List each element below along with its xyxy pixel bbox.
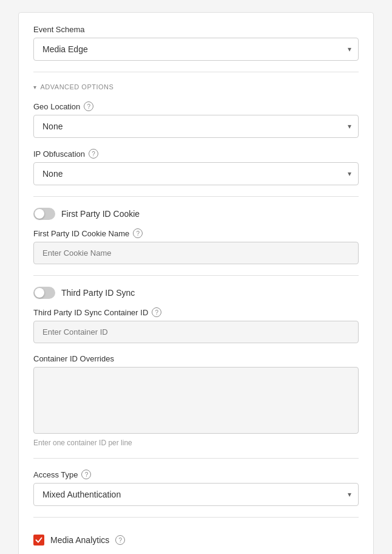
geo-location-select-wrapper: None ▾ bbox=[33, 115, 359, 138]
event-schema-select[interactable]: Media Edge bbox=[33, 38, 359, 61]
divider-1 bbox=[33, 72, 359, 72]
ip-obfuscation-help-icon[interactable]: ? bbox=[89, 149, 98, 159]
third-party-sync-container-group: Third Party ID Sync Container ID ? bbox=[33, 307, 359, 343]
third-party-sync-help-icon[interactable]: ? bbox=[152, 307, 161, 317]
container-id-overrides-group: Container ID Overrides Enter one contain… bbox=[33, 354, 359, 447]
first-party-cookie-toggle[interactable] bbox=[33, 208, 55, 220]
container-id-overrides-hint: Enter one container ID per line bbox=[33, 439, 359, 447]
media-analytics-help-icon[interactable]: ? bbox=[115, 535, 125, 545]
access-type-select[interactable]: Mixed Authentication bbox=[33, 483, 359, 506]
third-party-sync-label: Third Party ID Sync bbox=[61, 288, 135, 298]
divider-5 bbox=[33, 517, 359, 518]
divider-2 bbox=[33, 196, 359, 197]
geo-location-help-icon[interactable]: ? bbox=[84, 101, 93, 111]
checkmark-icon bbox=[35, 536, 42, 544]
access-type-help-icon[interactable]: ? bbox=[81, 470, 91, 479]
first-party-cookie-label: First Party ID Cookie bbox=[61, 209, 140, 219]
media-analytics-label: Media Analytics bbox=[50, 535, 109, 545]
third-party-sync-container-label: Third Party ID Sync Container ID ? bbox=[33, 307, 359, 317]
chevron-icon: ▾ bbox=[33, 84, 37, 91]
geo-location-group: Geo Location ? None ▾ bbox=[33, 101, 359, 138]
geo-location-select[interactable]: None bbox=[33, 115, 359, 138]
first-party-cookie-name-label: First Party ID Cookie Name ? bbox=[33, 228, 359, 238]
event-schema-label: Event Schema bbox=[33, 25, 359, 34]
media-analytics-checkbox[interactable] bbox=[33, 535, 44, 545]
access-type-group: Access Type ? Mixed Authentication ▾ bbox=[33, 470, 359, 506]
first-party-cookie-slider bbox=[33, 208, 55, 220]
third-party-sync-container-input[interactable] bbox=[33, 321, 359, 343]
geo-location-label: Geo Location ? bbox=[33, 101, 359, 111]
first-party-cookie-toggle-row: First Party ID Cookie bbox=[33, 208, 359, 220]
third-party-sync-slider bbox=[33, 287, 55, 299]
first-party-cookie-name-help-icon[interactable]: ? bbox=[133, 228, 143, 238]
media-analytics-row: Media Analytics ? bbox=[33, 528, 359, 552]
first-party-cookie-name-group: First Party ID Cookie Name ? bbox=[33, 228, 359, 264]
ip-obfuscation-label: IP Obfuscation ? bbox=[33, 149, 359, 159]
container-id-overrides-label: Container ID Overrides bbox=[33, 354, 359, 363]
advanced-options-header[interactable]: ▾ ADVANCED OPTIONS bbox=[33, 83, 359, 91]
divider-3 bbox=[33, 275, 359, 276]
ip-obfuscation-group: IP Obfuscation ? None ▾ bbox=[33, 149, 359, 185]
event-schema-group: Event Schema Media Edge ▾ bbox=[33, 25, 359, 61]
divider-4 bbox=[33, 458, 359, 459]
ip-obfuscation-select[interactable]: None bbox=[33, 162, 359, 185]
access-type-label: Access Type ? bbox=[33, 470, 359, 479]
event-schema-select-wrapper: Media Edge ▾ bbox=[33, 38, 359, 61]
access-type-select-wrapper: Mixed Authentication ▾ bbox=[33, 483, 359, 506]
advanced-options-label: ADVANCED OPTIONS bbox=[41, 83, 114, 91]
container-id-overrides-textarea[interactable] bbox=[33, 367, 359, 434]
first-party-cookie-name-input[interactable] bbox=[33, 242, 359, 264]
ip-obfuscation-select-wrapper: None ▾ bbox=[33, 162, 359, 185]
third-party-sync-toggle[interactable] bbox=[33, 287, 55, 299]
third-party-sync-toggle-row: Third Party ID Sync bbox=[33, 287, 359, 299]
